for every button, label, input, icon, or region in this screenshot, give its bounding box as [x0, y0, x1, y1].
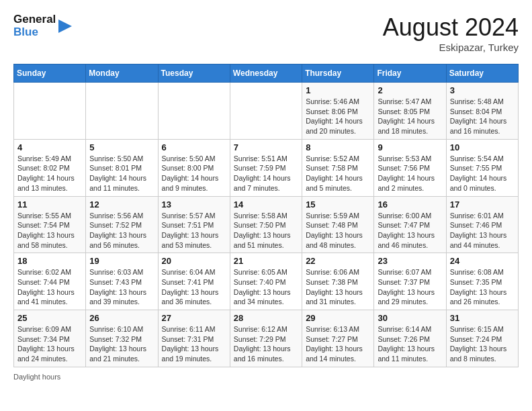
day-info: Sunrise: 5:46 AM Sunset: 8:06 PM Dayligh… — [306, 97, 370, 136]
day-info: Sunrise: 6:06 AM Sunset: 7:38 PM Dayligh… — [306, 267, 370, 307]
day-info: Sunrise: 5:56 AM Sunset: 7:52 PM Dayligh… — [89, 211, 154, 250]
day-info: Sunrise: 6:01 AM Sunset: 7:46 PM Dayligh… — [450, 211, 515, 250]
footer: Daylight hours — [13, 373, 519, 381]
day-info: Sunrise: 5:50 AM Sunset: 8:00 PM Dayligh… — [162, 154, 226, 193]
day-number: 26 — [89, 313, 154, 323]
day-number: 13 — [162, 199, 226, 210]
day-info: Sunrise: 5:48 AM Sunset: 8:04 PM Dayligh… — [450, 97, 515, 136]
day-info: Sunrise: 5:58 AM Sunset: 7:50 PM Dayligh… — [234, 211, 298, 250]
calendar-cell: 3Sunrise: 5:48 AM Sunset: 8:04 PM Daylig… — [446, 83, 518, 140]
day-info: Sunrise: 5:51 AM Sunset: 7:59 PM Dayligh… — [234, 154, 298, 193]
calendar-cell: 28Sunrise: 6:12 AM Sunset: 7:29 PM Dayli… — [230, 310, 302, 367]
day-number: 29 — [306, 313, 370, 323]
calendar-cell: 6Sunrise: 5:50 AM Sunset: 8:00 PM Daylig… — [158, 139, 230, 196]
day-number: 14 — [234, 199, 298, 210]
month-title: August 2024 — [383, 13, 519, 42]
calendar-cell: 21Sunrise: 6:05 AM Sunset: 7:40 PM Dayli… — [230, 253, 302, 310]
calendar-cell: 10Sunrise: 5:54 AM Sunset: 7:55 PM Dayli… — [446, 139, 518, 196]
calendar-week-row: 1Sunrise: 5:46 AM Sunset: 8:06 PM Daylig… — [14, 83, 519, 140]
day-of-week-header: Sunday — [14, 64, 86, 83]
calendar-cell: 23Sunrise: 6:07 AM Sunset: 7:37 PM Dayli… — [374, 253, 446, 310]
calendar-cell: 30Sunrise: 6:14 AM Sunset: 7:26 PM Dayli… — [374, 310, 446, 367]
day-info: Sunrise: 5:50 AM Sunset: 8:01 PM Dayligh… — [89, 154, 154, 193]
day-number: 18 — [17, 256, 82, 266]
logo-text: General Blue — [13, 13, 56, 38]
calendar-header-row: SundayMondayTuesdayWednesdayThursdayFrid… — [14, 64, 519, 83]
calendar-table: SundayMondayTuesdayWednesdayThursdayFrid… — [13, 64, 519, 367]
calendar-week-row: 4Sunrise: 5:49 AM Sunset: 8:02 PM Daylig… — [14, 139, 519, 196]
day-number: 24 — [450, 256, 515, 266]
location: Eskipazar, Turkey — [383, 42, 519, 53]
day-number: 4 — [17, 142, 82, 152]
day-info: Sunrise: 6:05 AM Sunset: 7:40 PM Dayligh… — [234, 267, 298, 307]
day-info: Sunrise: 5:47 AM Sunset: 8:05 PM Dayligh… — [378, 97, 442, 136]
day-number: 3 — [450, 85, 515, 95]
calendar-cell: 5Sunrise: 5:50 AM Sunset: 8:01 PM Daylig… — [86, 139, 158, 196]
day-number: 7 — [234, 142, 298, 152]
calendar-cell — [86, 83, 158, 140]
day-number: 15 — [306, 199, 370, 210]
day-info: Sunrise: 5:52 AM Sunset: 7:58 PM Dayligh… — [306, 154, 370, 193]
day-number: 31 — [450, 313, 515, 323]
day-info: Sunrise: 6:00 AM Sunset: 7:47 PM Dayligh… — [378, 211, 442, 250]
page-header: General Blue August 2024 Eskipazar, Turk… — [13, 13, 519, 53]
day-number: 6 — [162, 142, 226, 152]
calendar-cell: 2Sunrise: 5:47 AM Sunset: 8:05 PM Daylig… — [374, 83, 446, 140]
calendar-cell: 14Sunrise: 5:58 AM Sunset: 7:50 PM Dayli… — [230, 196, 302, 253]
day-number: 10 — [450, 142, 515, 152]
day-info: Sunrise: 6:04 AM Sunset: 7:41 PM Dayligh… — [162, 267, 226, 307]
day-number: 11 — [17, 199, 82, 210]
title-block: August 2024 Eskipazar, Turkey — [383, 13, 519, 53]
calendar-cell: 7Sunrise: 5:51 AM Sunset: 7:59 PM Daylig… — [230, 139, 302, 196]
logo: General Blue — [13, 13, 72, 38]
calendar-cell: 18Sunrise: 6:02 AM Sunset: 7:44 PM Dayli… — [14, 253, 86, 310]
day-info: Sunrise: 5:55 AM Sunset: 7:54 PM Dayligh… — [17, 211, 82, 250]
calendar-cell: 20Sunrise: 6:04 AM Sunset: 7:41 PM Dayli… — [158, 253, 230, 310]
calendar-cell: 12Sunrise: 5:56 AM Sunset: 7:52 PM Dayli… — [86, 196, 158, 253]
day-number: 23 — [378, 256, 442, 266]
calendar-cell — [14, 83, 86, 140]
day-number: 17 — [450, 199, 515, 210]
day-info: Sunrise: 5:49 AM Sunset: 8:02 PM Dayligh… — [17, 154, 82, 193]
day-info: Sunrise: 5:57 AM Sunset: 7:51 PM Dayligh… — [162, 211, 226, 250]
calendar-cell: 19Sunrise: 6:03 AM Sunset: 7:43 PM Dayli… — [86, 253, 158, 310]
day-number: 9 — [378, 142, 442, 152]
calendar-cell: 27Sunrise: 6:11 AM Sunset: 7:31 PM Dayli… — [158, 310, 230, 367]
calendar-cell: 13Sunrise: 5:57 AM Sunset: 7:51 PM Dayli… — [158, 196, 230, 253]
logo-arrow-icon — [58, 17, 72, 36]
day-info: Sunrise: 5:53 AM Sunset: 7:56 PM Dayligh… — [378, 154, 442, 193]
day-of-week-header: Saturday — [446, 64, 518, 83]
day-info: Sunrise: 6:10 AM Sunset: 7:32 PM Dayligh… — [89, 324, 154, 364]
day-info: Sunrise: 6:03 AM Sunset: 7:43 PM Dayligh… — [89, 267, 154, 307]
day-info: Sunrise: 6:07 AM Sunset: 7:37 PM Dayligh… — [378, 267, 442, 307]
calendar-week-row: 18Sunrise: 6:02 AM Sunset: 7:44 PM Dayli… — [14, 253, 519, 310]
day-number: 2 — [378, 85, 442, 95]
day-of-week-header: Tuesday — [158, 64, 230, 83]
day-of-week-header: Thursday — [302, 64, 374, 83]
day-number: 25 — [17, 313, 82, 323]
calendar-cell: 15Sunrise: 5:59 AM Sunset: 7:48 PM Dayli… — [302, 196, 374, 253]
day-info: Sunrise: 6:14 AM Sunset: 7:26 PM Dayligh… — [378, 324, 442, 364]
calendar-cell — [158, 83, 230, 140]
day-number: 1 — [306, 85, 370, 95]
day-number: 19 — [89, 256, 154, 266]
day-info: Sunrise: 6:15 AM Sunset: 7:24 PM Dayligh… — [450, 324, 515, 364]
day-of-week-header: Friday — [374, 64, 446, 83]
calendar-cell: 24Sunrise: 6:08 AM Sunset: 7:35 PM Dayli… — [446, 253, 518, 310]
day-info: Sunrise: 5:54 AM Sunset: 7:55 PM Dayligh… — [450, 154, 515, 193]
calendar-cell: 16Sunrise: 6:00 AM Sunset: 7:47 PM Dayli… — [374, 196, 446, 253]
day-info: Sunrise: 6:13 AM Sunset: 7:27 PM Dayligh… — [306, 324, 370, 364]
day-number: 16 — [378, 199, 442, 210]
calendar-body: 1Sunrise: 5:46 AM Sunset: 8:06 PM Daylig… — [14, 83, 519, 367]
calendar-cell: 31Sunrise: 6:15 AM Sunset: 7:24 PM Dayli… — [446, 310, 518, 367]
calendar-cell: 1Sunrise: 5:46 AM Sunset: 8:06 PM Daylig… — [302, 83, 374, 140]
calendar-week-row: 11Sunrise: 5:55 AM Sunset: 7:54 PM Dayli… — [14, 196, 519, 253]
calendar-cell: 11Sunrise: 5:55 AM Sunset: 7:54 PM Dayli… — [14, 196, 86, 253]
day-info: Sunrise: 6:02 AM Sunset: 7:44 PM Dayligh… — [17, 267, 82, 307]
day-number: 28 — [234, 313, 298, 323]
day-info: Sunrise: 6:09 AM Sunset: 7:34 PM Dayligh… — [17, 324, 82, 364]
day-number: 27 — [162, 313, 226, 323]
calendar-cell: 22Sunrise: 6:06 AM Sunset: 7:38 PM Dayli… — [302, 253, 374, 310]
day-number: 22 — [306, 256, 370, 266]
day-info: Sunrise: 6:12 AM Sunset: 7:29 PM Dayligh… — [234, 324, 298, 364]
